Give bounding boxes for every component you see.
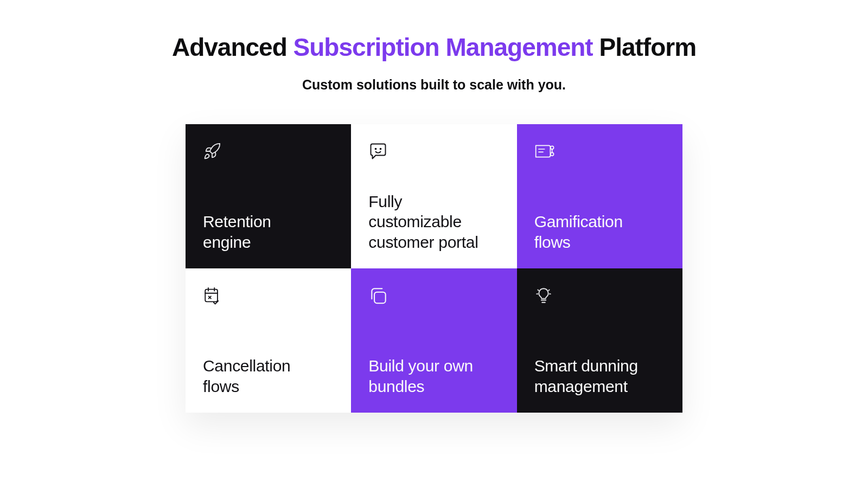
feature-card-bundles: Build your own bundles (351, 268, 516, 413)
page-root: Advanced Subscription Management Platfor… (0, 0, 868, 413)
feature-title: Cancellation flows (203, 356, 317, 396)
svg-point-4 (550, 146, 553, 149)
svg-point-1 (380, 149, 381, 150)
svg-rect-12 (374, 292, 386, 304)
headline-post: Platform (593, 33, 696, 61)
page-headline: Advanced Subscription Management Platfor… (0, 33, 868, 62)
rocket-icon (203, 140, 225, 162)
svg-line-15 (538, 290, 539, 291)
feature-card-dunning: Smart dunning management (517, 268, 682, 413)
feature-card-gamification: Gamification flows (517, 124, 682, 268)
lightbulb-icon (534, 285, 556, 306)
feature-title: Gamification flows (534, 211, 637, 252)
stack-icon (368, 285, 390, 306)
feature-title: Fully customizable customer portal (368, 191, 499, 253)
feature-card-retention: Retention engine (186, 124, 351, 268)
page-subhead: Custom solutions built to scale with you… (0, 77, 868, 93)
calendar-cancel-icon (203, 285, 225, 306)
flow-card-icon (534, 140, 556, 162)
svg-point-0 (375, 149, 376, 150)
headline-pre: Advanced (172, 33, 293, 61)
feature-card-cancellation: Cancellation flows (186, 268, 351, 413)
feature-title: Smart dunning management (534, 356, 665, 396)
feature-title: Build your own bundles (368, 356, 482, 396)
feature-grid: Retention engine Fully customizable cust… (186, 124, 682, 413)
feature-title: Retention engine (203, 211, 317, 252)
svg-line-16 (548, 290, 550, 291)
chat-smile-icon (368, 140, 390, 162)
svg-point-5 (550, 152, 553, 156)
headline-accent: Subscription Management (293, 33, 593, 61)
svg-rect-6 (205, 290, 218, 302)
feature-card-portal: Fully customizable customer portal (351, 124, 516, 268)
